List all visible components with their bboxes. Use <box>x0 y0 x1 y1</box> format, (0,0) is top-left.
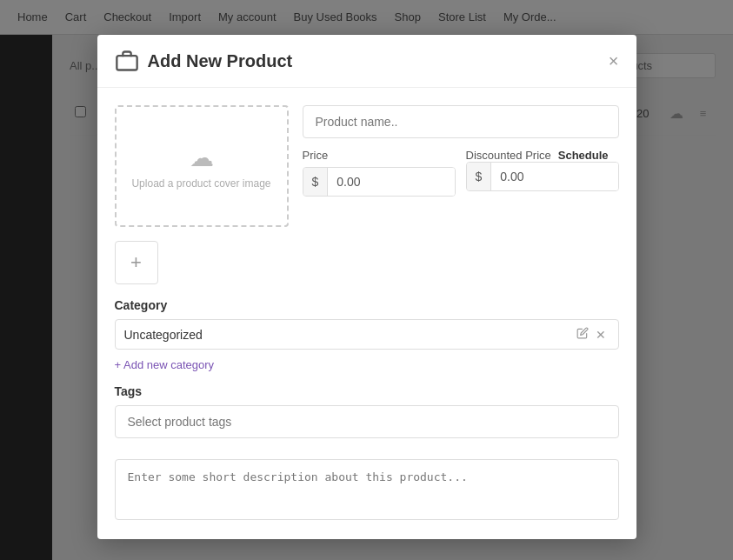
price-label: Price <box>303 149 456 162</box>
top-row: ☁ Upload a product cover image Price $ <box>115 105 619 227</box>
tags-section: Tags <box>115 384 619 438</box>
discounted-price-input-wrapper: $ <box>466 162 619 191</box>
svg-rect-0 <box>117 56 137 70</box>
upload-label: Upload a product cover image <box>123 177 279 190</box>
category-input-row: Uncategorized ✕ <box>115 319 619 350</box>
price-row: Price $ Discounted Price Schedule <box>303 149 619 197</box>
price-currency-symbol: $ <box>303 168 329 196</box>
briefcase-icon <box>115 49 139 73</box>
discounted-price-input[interactable] <box>491 163 617 190</box>
modal-body: ☁ Upload a product cover image Price $ <box>97 88 636 539</box>
tags-label: Tags <box>115 384 619 398</box>
modal-overlay: Add New Product × ☁ Upload a product cov… <box>0 0 733 560</box>
discounted-price-group: Discounted Price Schedule $ <box>466 149 619 197</box>
product-name-input[interactable] <box>303 105 619 138</box>
category-value: Uncategorized <box>124 328 573 342</box>
add-image-button[interactable]: + <box>115 241 158 284</box>
price-input[interactable] <box>328 168 454 196</box>
price-input-wrapper: $ <box>303 167 456 197</box>
discounted-price-label: Discounted Price <box>466 149 551 162</box>
add-product-modal: Add New Product × ☁ Upload a product cov… <box>97 35 636 539</box>
product-details-col: Price $ Discounted Price Schedule <box>303 105 619 227</box>
upload-cover-area[interactable]: ☁ Upload a product cover image <box>115 105 289 227</box>
discount-header: Discounted Price Schedule <box>466 149 619 162</box>
price-group: Price $ <box>303 149 456 197</box>
schedule-label: Schedule <box>558 149 609 162</box>
modal-close-button[interactable]: × <box>609 52 619 70</box>
category-label: Category <box>115 298 619 312</box>
category-clear-button[interactable]: ✕ <box>592 328 610 342</box>
tags-input[interactable] <box>115 405 619 438</box>
category-section: Category Uncategorized ✕ + Add new categ… <box>115 298 619 372</box>
upload-cloud-icon: ☁ <box>190 143 214 172</box>
category-edit-button[interactable] <box>573 327 592 342</box>
add-category-link[interactable]: + Add new category <box>115 358 215 371</box>
discounted-currency-symbol: $ <box>467 163 492 190</box>
description-textarea[interactable] <box>115 459 619 520</box>
modal-header: Add New Product × <box>97 35 636 88</box>
modal-title: Add New Product <box>148 51 609 71</box>
